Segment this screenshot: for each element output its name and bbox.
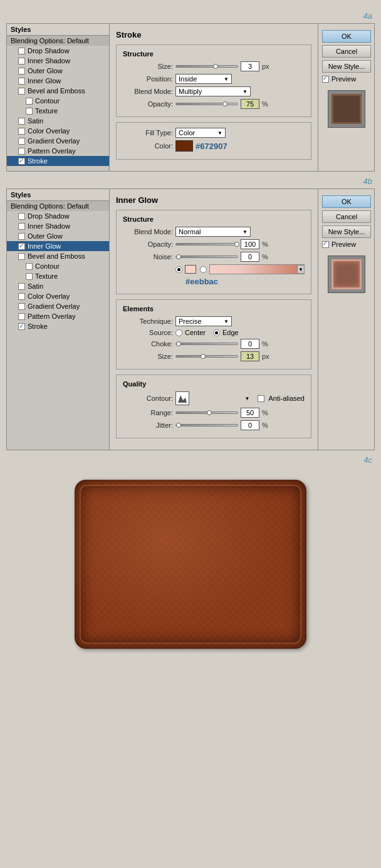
sidebar-outer-glow-4a[interactable]: Outer Glow: [7, 66, 109, 76]
jitter-thumb-4b[interactable]: [176, 423, 181, 428]
position-select-4a[interactable]: Inside ▼: [175, 74, 232, 84]
choke-slider-4b[interactable]: [175, 343, 238, 345]
right-buttons-4b: OK Cancel New Style... Preview: [318, 189, 375, 450]
fill-type-select-4a[interactable]: Color ▼: [175, 128, 226, 138]
technique-select-4b[interactable]: Precise ▼: [175, 316, 232, 326]
color-overlay-checkbox-4a[interactable]: [18, 128, 25, 135]
opacity-thumb-4b[interactable]: [234, 242, 239, 247]
inner-glow-checkbox-4b[interactable]: [18, 243, 25, 250]
sidebar-gradient-overlay-4b[interactable]: Gradient Overlay: [7, 301, 109, 311]
noise-thumb-4b[interactable]: [176, 254, 181, 259]
sidebar-stroke-4a[interactable]: Stroke: [7, 156, 109, 166]
sidebar-inner-glow-4b[interactable]: Inner Glow: [7, 241, 109, 251]
range-thumb-4b[interactable]: [207, 410, 212, 415]
sidebar-stroke-4b[interactable]: Stroke: [7, 321, 109, 331]
sidebar-texture-4a[interactable]: Texture: [7, 106, 109, 116]
bevel-emboss-checkbox-4b[interactable]: [18, 253, 25, 260]
satin-checkbox-4b[interactable]: [18, 283, 25, 290]
ok-button-4b[interactable]: OK: [322, 195, 371, 208]
cancel-button-4a[interactable]: Cancel: [322, 45, 371, 58]
sidebar-contour-4a[interactable]: Contour: [7, 96, 109, 106]
sidebar-contour-4b[interactable]: Contour: [7, 261, 109, 271]
opacity-thumb-4a[interactable]: [222, 101, 227, 106]
anti-alias-checkbox-4b[interactable]: [258, 395, 264, 402]
color-overlay-checkbox-4b[interactable]: [18, 293, 25, 300]
sidebar-satin-4a[interactable]: Satin: [7, 116, 109, 126]
jitter-slider-4b[interactable]: [175, 424, 238, 426]
cancel-button-4b[interactable]: Cancel: [322, 210, 371, 223]
drop-shadow-checkbox-4b[interactable]: [18, 213, 25, 220]
sidebar-color-overlay-4a[interactable]: Color Overlay: [7, 126, 109, 136]
sidebar-satin-4b[interactable]: Satin: [7, 281, 109, 291]
preview-checkbox-4a[interactable]: [322, 76, 329, 83]
contour-checkbox-4b[interactable]: [26, 263, 33, 270]
size-slider-4b[interactable]: [175, 355, 238, 358]
inner-glow-checkbox-4a[interactable]: [18, 78, 25, 85]
source-center-radio[interactable]: [175, 329, 182, 336]
sidebar-drop-shadow-4b[interactable]: Drop Shadow: [7, 211, 109, 221]
size-thumb-4b[interactable]: [201, 354, 206, 359]
choke-thumb-4b[interactable]: [176, 341, 181, 346]
sidebar-texture-4b[interactable]: Texture: [7, 271, 109, 281]
gradient-bar-arrow[interactable]: ▼: [297, 265, 305, 274]
sidebar-pattern-overlay-4b[interactable]: Pattern Overlay: [7, 311, 109, 321]
contour-arrow-4b[interactable]: ▼: [245, 396, 250, 401]
sidebar-inner-shadow-4b[interactable]: Inner Shadow: [7, 221, 109, 231]
blend-select-4b[interactable]: Normal ▼: [175, 227, 251, 237]
inner-shadow-checkbox-4b[interactable]: [18, 223, 25, 230]
satin-checkbox-4a[interactable]: [18, 118, 25, 125]
sidebar-blending-options-4b[interactable]: Blending Options: Default: [7, 201, 109, 211]
texture-checkbox-4b[interactable]: [26, 273, 33, 280]
contour-checkbox-4a[interactable]: [26, 98, 33, 105]
sidebar-blending-options[interactable]: Blending Options: Default: [7, 36, 109, 46]
color-swatch-4a[interactable]: [175, 140, 193, 152]
inner-glow-color-swatch[interactable]: [185, 265, 196, 274]
sidebar-inner-shadow-4a[interactable]: Inner Shadow: [7, 56, 109, 66]
gradient-overlay-checkbox-4a[interactable]: [18, 138, 25, 145]
preview-checkbox-4b[interactable]: [322, 241, 329, 248]
size-input-4b[interactable]: [241, 351, 259, 361]
inner-shadow-checkbox-4a[interactable]: [18, 58, 25, 65]
color-radio-4b[interactable]: [175, 266, 182, 273]
sidebar-drop-shadow-4a[interactable]: Drop Shadow: [7, 46, 109, 56]
jitter-input-4b[interactable]: [241, 420, 259, 430]
sidebar-gradient-overlay-4a[interactable]: Gradient Overlay: [7, 136, 109, 146]
noise-input-4b[interactable]: [241, 252, 259, 262]
sidebar-bevel-emboss-4b[interactable]: Bevel and Emboss: [7, 251, 109, 261]
new-style-button-4b[interactable]: New Style...: [322, 225, 371, 238]
opacity-input-4b[interactable]: [241, 239, 259, 249]
stroke-checkbox-4a[interactable]: [18, 158, 25, 165]
ok-button-4a[interactable]: OK: [322, 30, 371, 43]
size-row-4b: Size: px: [123, 351, 305, 361]
sidebar-outer-glow-4b[interactable]: Outer Glow: [7, 231, 109, 241]
gradient-radio-4b[interactable]: [200, 266, 207, 273]
range-input-4b[interactable]: [241, 408, 259, 418]
stroke-checkbox-4b[interactable]: [18, 323, 25, 330]
opacity-slider-4a[interactable]: [175, 103, 238, 105]
sidebar-pattern-overlay-4a[interactable]: Pattern Overlay: [7, 146, 109, 156]
texture-checkbox-4a[interactable]: [26, 108, 33, 115]
outer-glow-checkbox-4b[interactable]: [18, 233, 25, 240]
gradient-bar-4b[interactable]: ▼: [209, 264, 305, 274]
drop-shadow-checkbox-4a[interactable]: [18, 48, 25, 54]
contour-thumbnail-4b[interactable]: [175, 391, 189, 405]
opacity-slider-4b[interactable]: [175, 243, 238, 245]
blend-select-4a[interactable]: Multiply ▼: [175, 86, 251, 96]
sidebar-color-overlay-4b[interactable]: Color Overlay: [7, 291, 109, 301]
source-edge-radio[interactable]: [213, 329, 220, 336]
size-thumb-4a[interactable]: [213, 64, 218, 69]
bevel-emboss-checkbox-4a[interactable]: [18, 88, 25, 95]
size-input-4a[interactable]: [241, 61, 259, 71]
size-slider-4a[interactable]: [175, 65, 238, 68]
pattern-overlay-checkbox-4a[interactable]: [18, 148, 25, 155]
new-style-button-4a[interactable]: New Style...: [322, 60, 371, 73]
choke-input-4b[interactable]: [241, 339, 259, 349]
sidebar-bevel-emboss-4a[interactable]: Bevel and Emboss: [7, 86, 109, 96]
noise-slider-4b[interactable]: [175, 256, 238, 258]
pattern-overlay-checkbox-4b[interactable]: [18, 313, 25, 320]
range-slider-4b[interactable]: [175, 411, 238, 414]
opacity-input-4a[interactable]: [241, 99, 259, 109]
gradient-overlay-checkbox-4b[interactable]: [18, 303, 25, 310]
outer-glow-checkbox-4a[interactable]: [18, 68, 25, 75]
sidebar-inner-glow-4a[interactable]: Inner Glow: [7, 76, 109, 86]
